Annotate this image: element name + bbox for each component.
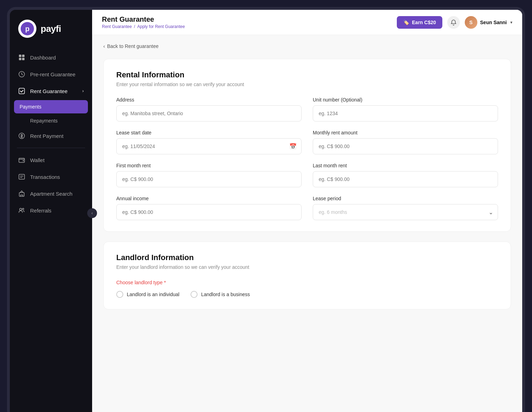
sidebar-item-referrals[interactable]: Referrals — [10, 202, 92, 219]
pre-rent-label: Pre-rent Guarantee — [30, 71, 75, 77]
annual-income-label: Annual income — [116, 196, 302, 201]
page-title: Rent Guarantee — [102, 15, 185, 23]
sidebar-toggle[interactable]: ‹ — [87, 208, 97, 218]
rental-section-subtitle: Enter your rental information so we can … — [116, 82, 498, 87]
apartment-icon — [18, 190, 25, 197]
rent-guarantee-label: Rent Guarantee — [30, 88, 68, 94]
dashboard-icon — [18, 54, 25, 61]
unit-number-field: Unit number (Optional) — [313, 97, 498, 121]
annual-income-input[interactable] — [116, 204, 302, 220]
lease-period-field: Lease period eg. 6 months 3 months 6 mon… — [313, 196, 498, 220]
lease-start-input-wrapper: 📅 — [116, 138, 302, 154]
last-month-rent-input[interactable] — [313, 171, 498, 187]
earn-icon: 🏷️ — [403, 20, 409, 25]
device-frame: p payfi Dashboard — [7, 7, 525, 412]
last-month-rent-field: Last month rent — [313, 163, 498, 187]
rent-guarantee-chevron: › — [82, 89, 84, 93]
logo-icon: p — [21, 22, 34, 35]
user-name: Seun Sanni — [480, 20, 507, 25]
sidebar-item-rent-guarantee[interactable]: Rent Guarantee › — [10, 83, 92, 99]
lease-start-label: Lease start date — [116, 130, 302, 135]
radio-business[interactable]: Landlord is a business — [191, 291, 250, 298]
required-marker: * — [163, 280, 166, 285]
radio-options: Landlord is an individual Landlord is a … — [116, 291, 498, 298]
user-chevron: ▾ — [510, 20, 512, 25]
unit-number-input[interactable] — [313, 105, 498, 121]
sidebar-item-pre-rent[interactable]: Pre-rent Guarantee — [10, 66, 92, 83]
content-area: ‹ Back to Rent guarantee Rental Informat… — [92, 35, 522, 412]
svg-point-11 — [20, 208, 22, 210]
logo-circle: p — [18, 20, 36, 38]
svg-point-12 — [22, 208, 24, 210]
address-label: Address — [116, 97, 302, 103]
transactions-icon — [18, 173, 25, 180]
lease-start-input[interactable] — [116, 138, 302, 154]
breadcrumb-separator: / — [134, 24, 135, 29]
lease-period-select[interactable]: eg. 6 months 3 months 6 months 12 months… — [313, 204, 498, 220]
user-avatar[interactable]: S Seun Sanni ▾ — [465, 16, 512, 29]
apartment-search-label: Apartment Search — [30, 191, 72, 197]
sidebar-item-dashboard[interactable]: Dashboard — [10, 49, 92, 66]
back-link-label: Back to Rent guarantee — [107, 43, 159, 49]
lease-period-select-wrapper: eg. 6 months 3 months 6 months 12 months… — [313, 204, 498, 220]
payments-label: Payments — [20, 104, 41, 110]
sidebar-item-payments[interactable]: Payments — [14, 100, 88, 113]
monthly-rent-field: Monthly rent amount — [313, 130, 498, 154]
landlord-type-container: Choose landlord type * Landlord is an in… — [116, 280, 498, 298]
calendar-icon: 📅 — [289, 143, 297, 150]
rental-form-grid: Address Unit number (Optional) Lease sta… — [116, 97, 498, 220]
topbar-left: Rent Guarantee Rent Guarantee / Apply fo… — [102, 15, 185, 29]
sidebar-item-transactions[interactable]: Transactions — [10, 168, 92, 185]
logo-area: p payfi — [10, 10, 92, 46]
back-link[interactable]: ‹ Back to Rent guarantee — [103, 43, 511, 49]
landlord-info-section: Landlord Information Enter your landlord… — [103, 242, 511, 309]
svg-rect-3 — [22, 58, 25, 60]
lease-start-field: Lease start date 📅 — [116, 130, 302, 154]
first-month-rent-field: First month rent — [116, 163, 302, 187]
sidebar: p payfi Dashboard — [10, 10, 92, 412]
bell-button[interactable] — [447, 16, 460, 29]
breadcrumb-current: Apply for Rent Guarantee — [137, 24, 185, 29]
wallet-icon — [18, 156, 25, 163]
landlord-type-text: Choose landlord type — [116, 280, 163, 285]
rental-info-section: Rental Information Enter your rental inf… — [103, 59, 511, 232]
sidebar-item-apartment-search[interactable]: Apartment Search — [10, 185, 92, 202]
earn-button-label: Earn C$20 — [412, 20, 436, 25]
svg-rect-10 — [19, 193, 24, 196]
transactions-label: Transactions — [30, 174, 60, 180]
first-month-rent-input[interactable] — [116, 171, 302, 187]
pre-rent-icon — [18, 71, 25, 78]
radio-business-label: Landlord is a business — [201, 292, 250, 297]
lease-period-label: Lease period — [313, 196, 498, 201]
radio-circle-individual — [116, 291, 123, 298]
sidebar-item-repayments[interactable]: Repayments — [10, 114, 92, 127]
last-month-rent-label: Last month rent — [313, 163, 498, 168]
main-content: Rent Guarantee Rent Guarantee / Apply fo… — [92, 10, 522, 412]
address-field: Address — [116, 97, 302, 121]
breadcrumb: Rent Guarantee / Apply for Rent Guarante… — [102, 24, 185, 29]
rental-section-title: Rental Information — [116, 70, 498, 79]
rent-payment-label: Rent Payment — [30, 133, 63, 139]
sidebar-item-wallet[interactable]: Wallet — [10, 152, 92, 168]
radio-individual-label: Landlord is an individual — [127, 292, 179, 297]
monthly-rent-input[interactable] — [313, 138, 498, 154]
breadcrumb-parent: Rent Guarantee — [102, 24, 132, 29]
radio-individual[interactable]: Landlord is an individual — [116, 291, 179, 298]
rent-guarantee-icon — [18, 88, 25, 95]
radio-circle-business — [191, 291, 198, 298]
sidebar-nav: Dashboard Pre-rent Guarantee — [10, 46, 92, 412]
landlord-section-title: Landlord Information — [116, 253, 498, 262]
dashboard-label: Dashboard — [30, 55, 56, 61]
address-input[interactable] — [116, 105, 302, 121]
svg-rect-5 — [19, 88, 25, 94]
referrals-icon — [18, 207, 25, 214]
svg-rect-8 — [23, 160, 24, 161]
sidebar-item-rent-payment[interactable]: Rent Payment — [10, 127, 92, 144]
rent-payment-icon — [18, 132, 25, 139]
svg-rect-1 — [22, 55, 25, 57]
back-arrow: ‹ — [103, 43, 105, 49]
landlord-section-subtitle: Enter your landlord information so we ca… — [116, 264, 498, 270]
earn-button[interactable]: 🏷️ Earn C$20 — [397, 16, 442, 29]
topbar-right: 🏷️ Earn C$20 S Seun Sanni ▾ — [397, 16, 512, 29]
first-month-rent-label: First month rent — [116, 163, 302, 168]
